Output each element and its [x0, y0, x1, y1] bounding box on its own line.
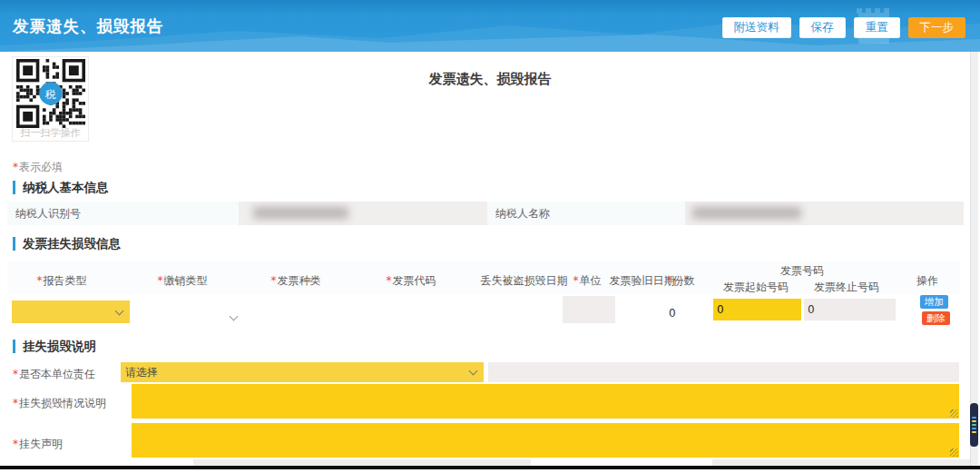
taxpayer-name-value [685, 202, 964, 225]
section-title-invoice-loss-info: 发票挂失损毁信息 [13, 237, 121, 251]
chevron-down-icon [469, 367, 478, 376]
invoice-loss-report-page: 发票遗失、损毁报告 附送资料 保存 重置 下一步 税 扫一扫学操作 发票遗失、损… [0, 0, 980, 473]
scrollbar-thumb[interactable] [970, 403, 978, 447]
cancellation-type-select[interactable] [230, 306, 245, 319]
redacted-value [692, 207, 801, 219]
viewport-bottom-edge [0, 466, 980, 469]
unit-responsibility-label: *是否本单位责任 [13, 367, 95, 382]
save-button[interactable]: 保存 [799, 17, 846, 38]
loss-declaration-textarea-wrap [132, 423, 959, 458]
loss-declaration-textarea[interactable] [132, 423, 959, 458]
chevron-down-icon [230, 312, 239, 321]
required-asterisk: * [13, 161, 18, 173]
page-title: 发票遗失、损毁报告 [0, 71, 980, 88]
column-header-loss-date: 丢失被盗损毁日期 [480, 273, 568, 289]
top-banner: 发票遗失、损毁报告 附送资料 保存 重置 下一步 [0, 0, 980, 52]
section-title-loss-statement: 挂失损毁说明 [13, 340, 96, 353]
unit-responsibility-select[interactable]: 请选择 [121, 362, 484, 382]
attach-materials-button[interactable]: 附送资料 [722, 17, 791, 38]
start-number-input[interactable]: 0 [713, 299, 801, 320]
delete-row-button[interactable]: 删除 [922, 311, 950, 325]
required-note: *表示必填 [13, 160, 63, 175]
loss-description-textarea-wrap [132, 384, 959, 419]
chevron-down-icon [115, 306, 124, 315]
qr-logo-char: 税 [44, 88, 56, 101]
taxpayer-name-label: 纳税人名称 [487, 202, 685, 225]
qr-caption: 扫一扫学操作 [13, 126, 88, 140]
qr-code-panel: 税 扫一扫学操作 [12, 56, 89, 142]
partial-row-field [712, 459, 975, 466]
loss-description-textarea[interactable] [132, 384, 959, 419]
column-header-report-type: *报告类型 [37, 273, 87, 289]
column-header-invoice-code: *发票代码 [387, 273, 436, 289]
copies-value[interactable]: 0 [669, 307, 676, 320]
loss-description-label: *挂失损毁情况说明 [13, 396, 106, 411]
taxpayer-id-value [239, 202, 487, 225]
loss-declaration-label: *挂失声明 [13, 437, 63, 452]
column-header-cancellation-type: *缴销类型 [158, 273, 208, 289]
header-actions: 附送资料 保存 重置 下一步 [722, 17, 966, 38]
page-header-title: 发票遗失、损毁报告 [13, 15, 164, 37]
column-header-verify-date: 发票验旧日期 [609, 273, 675, 289]
column-header-end-number: 发票终止号码 [814, 280, 879, 295]
column-header-start-number: 发票起始号码 [723, 280, 789, 295]
column-header-unit: *单位 [573, 273, 602, 289]
section-title-taxpayer-info: 纳税人基本信息 [13, 181, 109, 194]
partial-row-field [193, 459, 531, 466]
reset-button[interactable]: 重置 [854, 17, 900, 38]
column-header-invoice-category: *发票种类 [271, 273, 321, 289]
report-type-select[interactable] [12, 301, 130, 323]
column-group-invoice-number: 发票号码 [780, 263, 824, 279]
required-note-text: 表示必填 [19, 161, 63, 173]
next-step-button[interactable]: 下一步 [908, 17, 966, 38]
unit-input-disabled [563, 296, 615, 323]
column-header-operation: 操作 [916, 273, 938, 289]
end-number-input[interactable]: 0 [804, 299, 896, 320]
redacted-value [253, 207, 348, 219]
column-header-copies: *份数 [667, 273, 695, 289]
add-row-button[interactable]: 增加 [920, 295, 948, 309]
qr-code-image: 税 [16, 59, 85, 128]
unit-responsibility-extra-disabled [488, 362, 959, 382]
taxpayer-id-label: 纳税人识别号 [7, 202, 239, 225]
